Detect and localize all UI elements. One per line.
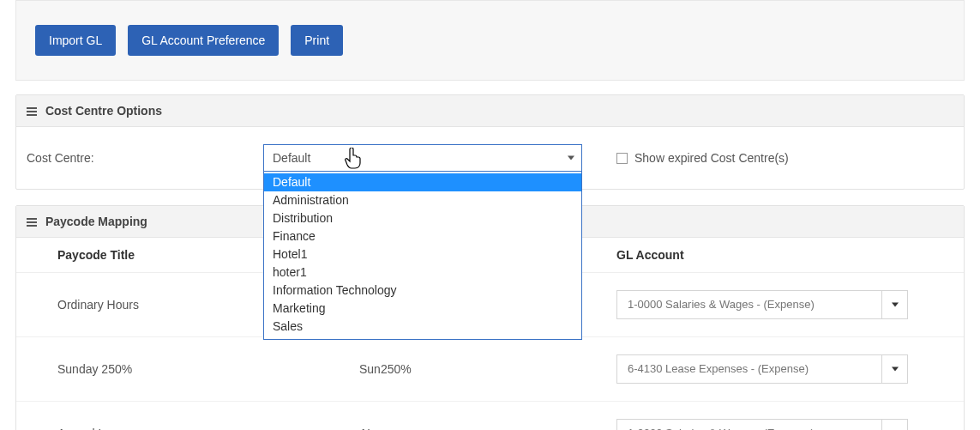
svg-rect-0 (27, 107, 37, 109)
gl-account-value: 6-4130 Lease Expenses - (Expense) (628, 362, 809, 375)
cost-centre-label: Cost Centre: (27, 151, 263, 165)
paycode-title-cell: Sunday 250% (57, 362, 359, 376)
svg-rect-2 (27, 114, 37, 116)
show-expired-checkbox[interactable] (616, 153, 628, 164)
dropdown-option[interactable]: Marketing (264, 300, 581, 318)
chevron-down-icon (881, 355, 907, 383)
gl-account-value: 1-0000 Salaries & Wages - (Expense) (628, 427, 815, 430)
top-toolbar: Import GL GL Account Preference Print (15, 0, 965, 81)
svg-rect-3 (27, 218, 37, 220)
svg-rect-4 (27, 221, 37, 223)
dropdown-option[interactable]: Information Technology (264, 282, 581, 300)
gl-account-select[interactable]: 1-0000 Salaries & Wages - (Expense) (616, 419, 908, 430)
table-row: Annual Leave AL 1-0000 Salaries & Wages … (16, 402, 964, 430)
cost-centre-selected-value: Default (273, 151, 310, 165)
column-header-gl-account: GL Account (616, 248, 964, 262)
panel-title: Cost Centre Options (45, 104, 162, 118)
import-gl-button[interactable]: Import GL (35, 25, 116, 56)
gl-account-value: 1-0000 Salaries & Wages - (Expense) (628, 298, 815, 311)
dropdown-option[interactable]: Sales (264, 318, 581, 336)
panel-title: Paycode Mapping (45, 215, 147, 228)
paycode-export-cell: Sun250% (359, 362, 616, 376)
dropdown-option[interactable]: Hotel1 (264, 245, 581, 263)
cost-centre-dropdown[interactable]: Default Administration Distribution Fina… (263, 172, 582, 340)
panel-header: Cost Centre Options (16, 95, 964, 127)
dropdown-option[interactable]: Finance (264, 227, 581, 245)
cost-centre-select[interactable]: Default (263, 144, 582, 172)
chevron-down-icon (568, 156, 574, 160)
gl-account-select[interactable]: 6-4130 Lease Expenses - (Expense) (616, 354, 908, 384)
hamburger-icon (27, 218, 37, 227)
cost-centre-options-panel: Cost Centre Options Cost Centre: Default… (15, 94, 965, 190)
table-row: Sunday 250% Sun250% 6-4130 Lease Expense… (16, 337, 964, 402)
gl-account-select[interactable]: 1-0000 Salaries & Wages - (Expense) (616, 290, 908, 319)
svg-rect-1 (27, 111, 37, 112)
dropdown-option[interactable]: Default (264, 173, 581, 191)
paycode-title-cell: Annual Leave (57, 427, 359, 430)
gl-account-preference-button[interactable]: GL Account Preference (128, 25, 279, 56)
print-button[interactable]: Print (291, 25, 343, 56)
svg-rect-5 (27, 225, 37, 227)
dropdown-option[interactable]: Distribution (264, 209, 581, 227)
chevron-down-icon (881, 291, 907, 318)
dropdown-option[interactable]: hoter1 (264, 263, 581, 282)
chevron-down-icon (881, 420, 907, 430)
dropdown-option[interactable]: Administration (264, 191, 581, 209)
show-expired-label: Show expired Cost Centre(s) (634, 151, 789, 165)
cost-centre-body: Cost Centre: Default Default Administrat… (16, 127, 964, 189)
hamburger-icon (27, 107, 37, 116)
paycode-export-cell: AL (359, 427, 616, 430)
